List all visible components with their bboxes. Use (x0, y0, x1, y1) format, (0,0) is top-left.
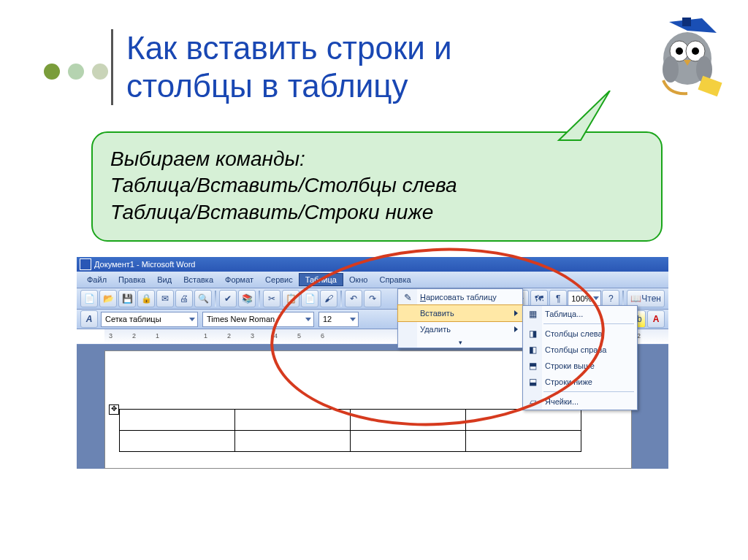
submenu-item-cols-right[interactable]: ◧ Столбцы справа (523, 342, 637, 358)
research-button[interactable]: 📚 (238, 290, 256, 307)
copy-button[interactable]: 📋 (282, 290, 299, 307)
window-titlebar: Документ1 - Microsoft Word (77, 257, 668, 272)
save-button[interactable]: 💾 (118, 290, 136, 307)
svg-rect-0 (682, 18, 691, 26)
document-table[interactable] (119, 409, 581, 452)
style-combo[interactable]: Сетка таблицы (101, 312, 198, 327)
format-painter-button[interactable]: 🖌 (320, 290, 337, 307)
font-combo[interactable]: Times New Roman (202, 312, 314, 327)
menu-format[interactable]: Формат (219, 274, 259, 285)
open-button[interactable]: 📂 (99, 290, 117, 307)
menu-item-insert[interactable]: Вставить (397, 304, 523, 322)
bullet-dot (92, 64, 108, 80)
insert-col-right-icon: ◧ (526, 343, 539, 356)
menu-window[interactable]: Окно (343, 274, 374, 285)
svg-point-6 (663, 56, 679, 83)
table-menu-dropdown: ✎ Нарисовать таблицу Вставить Удалить ▾ (397, 288, 523, 348)
redo-button[interactable]: ↷ (364, 290, 381, 307)
submenu-item-rows-above[interactable]: ⬒ Строки выше (523, 358, 637, 374)
menu-help[interactable]: Справка (373, 274, 416, 285)
new-doc-button[interactable]: 📄 (80, 290, 98, 307)
spell-button[interactable]: ✔ (219, 290, 237, 307)
menu-view[interactable]: Вид (151, 274, 178, 285)
submenu-item-table[interactable]: ▦ Таблица... (523, 306, 637, 322)
callout-pointer (552, 91, 617, 142)
table-move-handle[interactable]: ✥ (109, 404, 119, 415)
table-icon: ▦ (526, 307, 539, 321)
menu-table[interactable]: Таблица (299, 273, 343, 286)
callout-line1: Выбираем команды: (110, 146, 644, 172)
menu-bar[interactable]: Файл Правка Вид Вставка Формат Сервис Та… (77, 272, 668, 288)
print-button[interactable]: 🖨 (175, 290, 193, 307)
insert-row-below-icon: ⬓ (526, 375, 539, 388)
insert-row-above-icon: ⬒ (526, 359, 539, 372)
menu-insert[interactable]: Вставка (178, 274, 219, 285)
submenu-arrow-icon (514, 310, 518, 316)
paste-button[interactable]: 📄 (301, 290, 318, 307)
word-icon (80, 258, 91, 270)
menu-expand[interactable]: ▾ (398, 337, 522, 348)
font-color-button[interactable]: A (647, 310, 665, 328)
title-line1: Как вставить строки и (126, 30, 452, 66)
bullet-dot (44, 64, 60, 80)
callout-line3: Таблица/Вставить/Строки ниже (110, 199, 644, 226)
slide-title: Как вставить строки истолбцы в таблицу (111, 29, 452, 105)
preview-button[interactable]: 🔍 (194, 290, 212, 307)
undo-button[interactable]: ↶ (345, 290, 362, 307)
menu-item-draw-table[interactable]: ✎ Нарисовать таблицу (398, 289, 522, 305)
insert-cells-icon: ▱ (526, 395, 539, 408)
insert-submenu: ▦ Таблица... ◨ Столбцы слева ◧ Столбцы с… (522, 305, 638, 410)
insert-col-left-icon: ◨ (526, 327, 539, 340)
submenu-item-cols-left[interactable]: ◨ Столбцы слева (523, 326, 637, 342)
callout-line2: Таблица/Вставить/Столбцы слева (110, 172, 644, 199)
menu-tools[interactable]: Сервис (259, 274, 299, 285)
submenu-item-cells[interactable]: ▱ Ячейки... (523, 394, 637, 410)
svg-point-4 (676, 47, 683, 55)
cut-button[interactable]: ✂ (263, 290, 280, 307)
word-screenshot: Документ1 - Microsoft Word Файл Правка В… (77, 257, 668, 469)
zoom-combo[interactable]: 100% (568, 291, 601, 307)
submenu-item-rows-below[interactable]: ⬓ Строки ниже (523, 374, 637, 390)
svg-point-5 (692, 47, 699, 55)
size-combo[interactable]: 12 (318, 312, 359, 327)
menu-file[interactable]: Файл (81, 274, 112, 285)
submenu-arrow-icon (514, 326, 518, 332)
menu-item-delete[interactable]: Удалить (398, 321, 522, 337)
mail-button[interactable]: ✉ (156, 290, 174, 307)
permission-button[interactable]: 🔒 (137, 290, 155, 307)
instruction-callout: Выбираем команды: Таблица/Вставить/Столб… (91, 131, 663, 242)
pencil-icon: ✎ (401, 291, 414, 304)
menu-edit[interactable]: Правка (112, 274, 151, 285)
owl-mascot (647, 15, 728, 102)
title-line2: столбцы в таблицу (126, 68, 408, 104)
style-a-button[interactable]: A (80, 310, 98, 328)
chevron-down-icon: ▾ (459, 339, 462, 346)
bullet-dot (68, 64, 84, 80)
window-title-text: Документ1 - Microsoft Word (94, 260, 195, 269)
